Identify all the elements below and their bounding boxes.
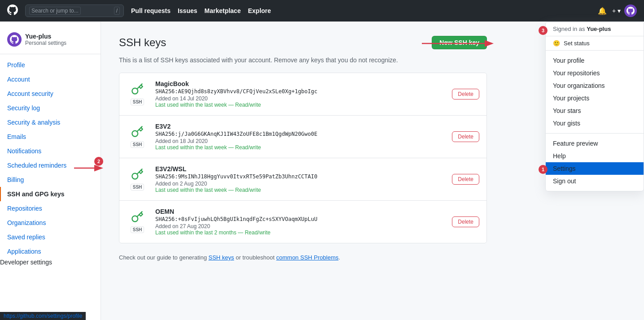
- sidebar-link-ssh-gpg[interactable]: SSH and GPG keys: [0, 187, 101, 201]
- sidebar-item-notifications[interactable]: Notifications: [0, 144, 101, 158]
- dropdown-your-organizations[interactable]: Your organizations: [546, 79, 644, 92]
- sidebar: Yue-plus Personal settings Profile Accou…: [0, 22, 101, 320]
- sidebar-link-account-security[interactable]: Account security: [0, 86, 101, 101]
- footer-link-ssh-keys[interactable]: SSH keys: [208, 254, 234, 261]
- footer-link-ssh-problems[interactable]: common SSH Problems: [276, 254, 339, 261]
- topnav-explore[interactable]: Explore: [248, 7, 271, 14]
- sidebar-item-organizations[interactable]: Organizations: [0, 216, 101, 230]
- delete-button-2[interactable]: Delete: [452, 174, 479, 185]
- status-bar: https://github.com/settings/profile: [0, 312, 86, 320]
- dropdown-settings[interactable]: Settings: [546, 162, 644, 175]
- topnav-pull-requests[interactable]: Pull requests: [131, 7, 171, 14]
- sidebar-link-scheduled-reminders[interactable]: Scheduled reminders: [0, 158, 101, 173]
- sidebar-item-repositories[interactable]: Repositories: [0, 201, 101, 216]
- sidebar-item-ssh-gpg[interactable]: SSH and GPG keys: [0, 187, 101, 201]
- ssh-icon-wrap-0: SSH: [127, 83, 148, 105]
- signed-in-label: Signed in as: [553, 26, 585, 32]
- dropdown-your-profile[interactable]: Your profile: [546, 54, 644, 67]
- user-dropdown: Signed in as Yue-plus 🙂 Set status Your …: [545, 22, 644, 191]
- sidebar-item-account-security[interactable]: Account security: [0, 86, 101, 101]
- sidebar-link-notifications[interactable]: Notifications: [0, 144, 101, 158]
- main-content: SSH keys New SSH key This is a list of S…: [101, 22, 505, 320]
- ssh-fingerprint-0: SHA256:AE9Qjhd8s8zyXBVhvv8/CFQjVeu2xSLe0…: [155, 88, 452, 95]
- key-icon-3: [131, 211, 144, 225]
- sidebar-link-applications[interactable]: Applications: [0, 244, 101, 259]
- github-logo[interactable]: [7, 4, 18, 17]
- ssh-details-2: E3V2/WSL SHA256:9MsINhJ18HggYuvv0ItvxRT5…: [155, 165, 452, 193]
- ssh-card-3: SSH OEMN SHA256:+8sFvIjuwhLQh5BgUIk1nqdF…: [119, 201, 486, 243]
- sidebar-link-security-analysis[interactable]: Security & analysis: [0, 115, 101, 130]
- sidebar-subtitle: Personal settings: [25, 40, 66, 46]
- sidebar-username: Yue-plus: [25, 33, 66, 40]
- dropdown-feature-preview[interactable]: Feature preview: [546, 137, 644, 150]
- ssh-name-3: OEMN: [155, 208, 452, 215]
- sidebar-item-emails[interactable]: Emails: [0, 130, 101, 144]
- topnav-marketplace[interactable]: Marketplace: [205, 7, 241, 14]
- set-status-button[interactable]: 🙂 Set status: [546, 36, 644, 51]
- sidebar-item-security-log[interactable]: Security log: [0, 101, 101, 115]
- ssh-details-0: MagicBook SHA256:AE9Qjhd8s8zyXBVhvv8/CFQ…: [155, 80, 452, 108]
- page-layout: Yue-plus Personal settings Profile Accou…: [0, 22, 644, 320]
- search-bar[interactable]: Search or jump to... /: [25, 4, 124, 17]
- sidebar-user: Yue-plus Personal settings: [0, 29, 101, 54]
- delete-button-3[interactable]: Delete: [452, 216, 479, 227]
- sidebar-avatar: [7, 32, 22, 47]
- ssh-name-0: MagicBook: [155, 80, 452, 87]
- dropdown-sign-out[interactable]: Sign out: [546, 175, 644, 187]
- key-icon-1: [131, 125, 144, 140]
- dropdown-your-stars[interactable]: Your stars: [546, 104, 644, 117]
- ssh-icon-wrap-2: SSH: [127, 168, 148, 190]
- dropdown-section-2: Feature preview Help Settings Sign out: [546, 134, 644, 191]
- key-icon-0: [131, 83, 144, 98]
- slash-shortcut: /: [114, 7, 120, 15]
- sidebar-item-saved-replies[interactable]: Saved replies: [0, 230, 101, 244]
- plus-button[interactable]: + ▾: [612, 7, 621, 14]
- sidebar-link-organizations[interactable]: Organizations: [0, 216, 101, 230]
- developer-settings-header: Developer settings: [0, 259, 101, 266]
- ssh-card-0: SSH MagicBook SHA256:AE9Qjhd8s8zyXBVhvv8…: [119, 73, 486, 116]
- sidebar-link-repositories[interactable]: Repositories: [0, 201, 101, 216]
- sidebar-link-security-log[interactable]: Security log: [0, 101, 101, 115]
- sidebar-item-profile[interactable]: Profile: [0, 58, 101, 72]
- dropdown-your-repositories[interactable]: Your repositories: [546, 67, 644, 79]
- notification-icon[interactable]: 🔔: [596, 5, 609, 17]
- ssh-usage-3: Last used within the last 2 months — Rea…: [155, 229, 452, 236]
- delete-button-0[interactable]: Delete: [452, 89, 479, 99]
- sidebar-link-profile[interactable]: Profile: [0, 58, 101, 72]
- sidebar-link-billing[interactable]: Billing: [0, 173, 101, 187]
- new-ssh-key-button[interactable]: New SSH key: [432, 36, 487, 49]
- ssh-usage-0: Last used within the last week — Read/wr…: [155, 102, 452, 108]
- ssh-fingerprint-2: SHA256:9MsINhJ18HggYuvv0ItvxRT5e59PatZb3…: [155, 173, 452, 180]
- page-title: SSH keys: [119, 36, 166, 49]
- ssh-tag-1: SSH: [131, 141, 145, 148]
- sidebar-link-emails[interactable]: Emails: [0, 130, 101, 144]
- emoji-icon: 🙂: [553, 40, 560, 47]
- sidebar-link-account[interactable]: Account: [0, 72, 101, 86]
- sidebar-item-scheduled-reminders[interactable]: Scheduled reminders: [0, 158, 101, 173]
- page-header: SSH keys New SSH key: [119, 36, 487, 49]
- dropdown-your-gists[interactable]: Your gists: [546, 117, 644, 130]
- dropdown-help[interactable]: Help: [546, 150, 644, 162]
- topnav-right: 🔔 + ▾: [596, 4, 637, 17]
- ssh-details-3: OEMN SHA256:+8sFvIjuwhLQh5BgUIk1nqdFgZc+…: [155, 208, 452, 236]
- search-placeholder: Search or jump to...: [29, 7, 81, 15]
- ssh-card-2: SSH E3V2/WSL SHA256:9MsINhJ18HggYuvv0Itv…: [119, 158, 486, 201]
- ssh-icon-wrap-3: SSH: [127, 211, 148, 233]
- sidebar-link-saved-replies[interactable]: Saved replies: [0, 230, 101, 244]
- sidebar-item-billing[interactable]: Billing: [0, 173, 101, 187]
- ssh-name-1: E3V2: [155, 123, 452, 130]
- topnav-issues[interactable]: Issues: [178, 7, 197, 14]
- sidebar-item-security-analysis[interactable]: Security & analysis: [0, 115, 101, 130]
- dropdown-your-projects[interactable]: Your projects: [546, 92, 644, 104]
- delete-button-1[interactable]: Delete: [452, 131, 479, 142]
- dropdown-username: Yue-plus: [587, 26, 611, 32]
- dropdown-section-1: Your profile Your repositories Your orga…: [546, 51, 644, 134]
- ssh-name-2: E3V2/WSL: [155, 165, 452, 173]
- ssh-usage-2: Last used within the last week — Read/wr…: [155, 187, 452, 193]
- sidebar-item-account[interactable]: Account: [0, 72, 101, 86]
- status-url: https://github.com/settings/profile: [4, 313, 82, 319]
- sidebar-user-info: Yue-plus Personal settings: [25, 33, 66, 46]
- sidebar-item-applications[interactable]: Applications: [0, 244, 101, 259]
- avatar[interactable]: [624, 4, 637, 17]
- ssh-tag-3: SSH: [131, 226, 145, 233]
